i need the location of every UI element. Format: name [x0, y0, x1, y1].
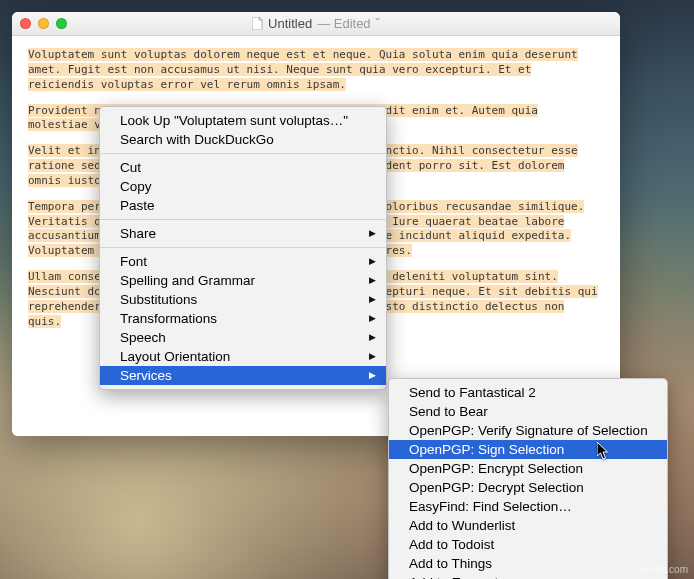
- menu-item-copy[interactable]: Copy: [100, 177, 386, 196]
- menu-label: Font: [120, 254, 147, 269]
- window-title: Untitled: [268, 16, 312, 31]
- menu-label: Spelling and Grammar: [120, 273, 255, 288]
- menu-label: Add to Wunderlist: [409, 518, 515, 533]
- services-item[interactable]: OpenPGP: Sign Selection: [389, 440, 667, 459]
- menu-item-transformations[interactable]: Transformations: [100, 309, 386, 328]
- menu-label: Services: [120, 368, 172, 383]
- menu-separator: [100, 153, 386, 154]
- services-item[interactable]: Add to Wunderlist: [389, 516, 667, 535]
- menu-label: Substitutions: [120, 292, 197, 307]
- menu-item-lookup[interactable]: Look Up "Voluptatem sunt voluptas…": [100, 111, 386, 130]
- title-dropdown-icon: ˇ: [376, 16, 380, 31]
- menu-label: Share: [120, 226, 156, 241]
- services-item[interactable]: Send to Bear: [389, 402, 667, 421]
- menu-item-font[interactable]: Font: [100, 252, 386, 271]
- traffic-lights: [20, 18, 67, 29]
- menu-label: Cut: [120, 160, 141, 175]
- context-menu: Look Up "Voluptatem sunt voluptas…" Sear…: [99, 106, 387, 390]
- close-window-button[interactable]: [20, 18, 31, 29]
- window-titlebar[interactable]: Untitled — Edited ˇ: [12, 12, 620, 36]
- menu-label: Send to Fantastical 2: [409, 385, 536, 400]
- menu-item-share[interactable]: Share: [100, 224, 386, 243]
- services-item[interactable]: OpenPGP: Encrypt Selection: [389, 459, 667, 478]
- menu-label: Add to Todoist: [409, 537, 494, 552]
- window-subtitle: — Edited: [317, 16, 370, 31]
- menu-label: EasyFind: Find Selection…: [409, 499, 572, 514]
- menu-label: Add to Things: [409, 556, 492, 571]
- menu-label: Layout Orientation: [120, 349, 230, 364]
- watermark: wsxdn.com: [638, 564, 688, 575]
- services-item[interactable]: OpenPGP: Decrypt Selection: [389, 478, 667, 497]
- menu-separator: [100, 247, 386, 248]
- zoom-window-button[interactable]: [56, 18, 67, 29]
- menu-label: Search with DuckDuckGo: [120, 132, 274, 147]
- services-item[interactable]: Add to Things: [389, 554, 667, 573]
- menu-item-cut[interactable]: Cut: [100, 158, 386, 177]
- menu-label: OpenPGP: Sign Selection: [409, 442, 564, 457]
- services-submenu: Send to Fantastical 2Send to BearOpenPGP…: [388, 378, 668, 579]
- menu-label: OpenPGP: Decrypt Selection: [409, 480, 584, 495]
- window-title-area: Untitled — Edited ˇ: [12, 16, 620, 31]
- menu-label: Copy: [120, 179, 152, 194]
- menu-label: Transformations: [120, 311, 217, 326]
- document-icon: [252, 17, 263, 30]
- services-item[interactable]: Add to Evernote: [389, 573, 667, 579]
- menu-item-services[interactable]: Services: [100, 366, 386, 385]
- menu-item-substitutions[interactable]: Substitutions: [100, 290, 386, 309]
- menu-item-search[interactable]: Search with DuckDuckGo: [100, 130, 386, 149]
- menu-label: Speech: [120, 330, 166, 345]
- menu-label: Paste: [120, 198, 155, 213]
- minimize-window-button[interactable]: [38, 18, 49, 29]
- services-item[interactable]: EasyFind: Find Selection…: [389, 497, 667, 516]
- menu-label: Add to Evernote: [409, 575, 506, 579]
- services-item[interactable]: Add to Todoist: [389, 535, 667, 554]
- menu-label: OpenPGP: Encrypt Selection: [409, 461, 583, 476]
- menu-item-speech[interactable]: Speech: [100, 328, 386, 347]
- menu-item-paste[interactable]: Paste: [100, 196, 386, 215]
- services-item[interactable]: Send to Fantastical 2: [389, 383, 667, 402]
- menu-item-layout[interactable]: Layout Orientation: [100, 347, 386, 366]
- editor-paragraph: Voluptatem sunt voluptas dolorem neque e…: [28, 48, 578, 91]
- menu-label: OpenPGP: Verify Signature of Selection: [409, 423, 648, 438]
- menu-label: Send to Bear: [409, 404, 488, 419]
- menu-label: Look Up "Voluptatem sunt voluptas…": [120, 113, 348, 128]
- menu-item-spelling[interactable]: Spelling and Grammar: [100, 271, 386, 290]
- menu-separator: [100, 219, 386, 220]
- services-item[interactable]: OpenPGP: Verify Signature of Selection: [389, 421, 667, 440]
